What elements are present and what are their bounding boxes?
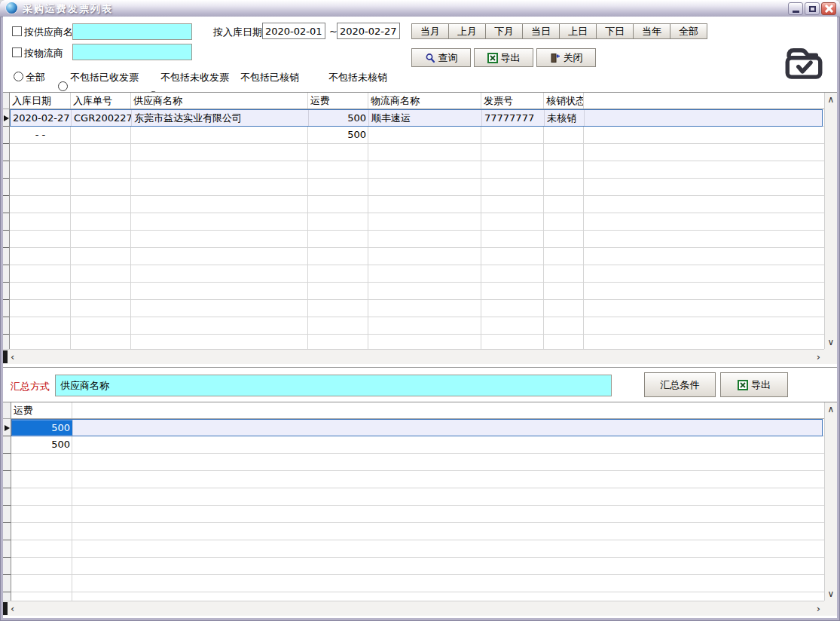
column-header-inbound-no[interactable]: 入库单号 [71,93,131,109]
date-to-input[interactable] [337,23,400,39]
quick-button-next-day[interactable]: 下日 [596,23,634,39]
scroll-up-icon[interactable]: ∧ [825,405,837,414]
column-header-inbound-date[interactable]: 入库日期 [10,93,71,109]
horizontal-scrollbar[interactable]: ‹ › [3,349,824,364]
close-form-button[interactable]: 关闭 [536,48,596,67]
table-row-summary[interactable]: - - 500 [3,127,823,144]
radio-exclude-received-label: 不包括已收发票 [70,71,139,84]
scrollbar-corner [824,349,837,364]
scroll-right-icon[interactable]: › [817,603,820,614]
header-indicator-cell [3,93,10,109]
vertical-scrollbar[interactable]: ∧ ∨ [824,402,837,601]
scroll-left-icon[interactable]: ‹ [11,351,14,363]
query-button-label: 查询 [438,51,458,65]
invoice-grid-header: 入库日期 入库单号 供应商名称 运费 物流商名称 发票号 核销状态 [3,93,824,109]
radio-all[interactable] [14,72,23,81]
vertical-scrollbar[interactable]: ∧ ∨ [824,93,837,349]
cell-filler [73,420,822,436]
cell-freight: 500 [11,436,72,454]
window-title: 采购运费发票列表 [23,2,113,16]
minimize-icon [793,11,799,13]
current-row-pointer [4,115,9,121]
scroll-down-icon[interactable]: ∨ [825,589,837,598]
radio-exclude-unwrittenoff-label: 不包括未核销 [328,71,387,84]
scroll-up-icon[interactable]: ∧ [825,95,837,104]
filter-logistics-label: 按物流商 [24,47,63,60]
cell-supplier [131,127,308,144]
cell-filler [585,110,822,126]
radio-exclude-writtenoff-label: 不包括已核销 [240,71,299,84]
column-header-freight[interactable]: 运费 [11,402,72,418]
current-row-pointer [5,425,10,431]
exit-door-icon [550,53,561,63]
date-from-input[interactable] [262,23,325,39]
column-header-writeoff-status[interactable]: 核销状态 [544,93,584,109]
summary-mode-input[interactable] [55,375,612,396]
summary-grid: 运费 500 500 ∧ ∨ ‹ › [3,402,837,616]
column-header-supplier[interactable]: 供应商名称 [131,93,308,109]
cell-freight: 500 [309,110,369,126]
invoice-grid-body: 2020-02-27 CGR2002270 东莞市益达实业有限公司 500 顺丰… [3,109,824,349]
close-icon [825,5,833,13]
scroll-right-icon[interactable]: › [817,351,820,363]
app-window: 采购运费发票列表 按供应商名称 按物流商 按入库日期 ~ 当月 上月 下月 当日… [0,0,840,621]
scroll-down-icon[interactable]: ∨ [825,338,837,347]
quick-button-current-day[interactable]: 当日 [522,23,560,39]
table-row[interactable]: 500 [11,419,823,436]
cell-writeoff-status [544,127,584,144]
export-button-bottom-label: 导出 [751,378,771,392]
quick-button-all[interactable]: 全部 [670,23,707,39]
radio-exclude-received[interactable] [58,81,68,91]
summary-condition-button[interactable]: 汇总条件 [644,372,716,397]
cell-freight-selected: 500 [12,420,73,436]
summary-grid-body: 500 500 [3,419,824,601]
cell-inbound-no: CGR2002270 [72,110,132,126]
filter-supplier-label: 按供应商名称 [24,26,72,39]
scroll-left-icon[interactable]: ‹ [11,603,14,614]
filter-supplier-input[interactable] [72,23,192,40]
quick-button-current-year[interactable]: 当年 [633,23,670,39]
cell-invoice-no [481,127,544,144]
cell-supplier: 东莞市益达实业有限公司 [132,110,309,126]
cell-inbound-date: 2020-02-27 [11,110,72,126]
folder-check-icon [782,44,826,86]
scrollbar-thumb[interactable] [3,350,8,363]
summary-grid-header: 运费 [3,402,824,419]
titlebar: 采购运费发票列表 [0,0,840,17]
excel-icon [738,380,748,390]
cell-inbound-date: - - [10,127,71,144]
export-button-bottom[interactable]: 导出 [720,372,788,397]
cell-writeoff-status: 未核销 [545,110,585,126]
table-row[interactable]: 2020-02-27 CGR2002270 东莞市益达实业有限公司 500 顺丰… [10,109,823,127]
globe-icon [6,2,17,14]
minimize-button[interactable] [788,2,803,15]
horizontal-scrollbar[interactable]: ‹ › [3,601,824,616]
scrollbar-corner [824,601,837,616]
excel-icon [487,53,498,63]
cell-inbound-no [71,127,131,144]
maximize-button[interactable] [805,2,820,15]
quick-button-prev-month[interactable]: 上月 [448,23,486,39]
close-form-button-label: 关闭 [564,51,583,65]
scrollbar-thumb[interactable] [3,602,8,615]
summary-mode-label: 汇总方式 [11,380,50,393]
column-header-invoice-no[interactable]: 发票号 [481,93,544,109]
panel-divider [3,367,837,368]
quick-button-current-month[interactable]: 当月 [411,23,449,39]
filter-supplier-checkbox[interactable] [12,26,22,36]
summary-condition-button-label: 汇总条件 [661,378,700,392]
column-header-logistics[interactable]: 物流商名称 [368,93,481,109]
filter-logistics-input[interactable] [72,44,192,60]
quick-button-prev-day[interactable]: 上日 [559,23,597,39]
quick-button-next-month[interactable]: 下月 [485,23,523,39]
query-button[interactable]: 查询 [411,48,471,67]
filter-logistics-checkbox[interactable] [12,47,22,57]
window-controls [788,2,836,15]
close-button[interactable] [821,2,836,15]
cell-filler [72,436,823,454]
radio-exclude-unreceived-label: 不包括未收发票 [160,71,229,84]
column-header-freight[interactable]: 运费 [308,93,368,109]
magnifier-icon [425,53,435,63]
table-row[interactable]: 500 [3,436,823,454]
export-button-top[interactable]: 导出 [474,48,533,67]
